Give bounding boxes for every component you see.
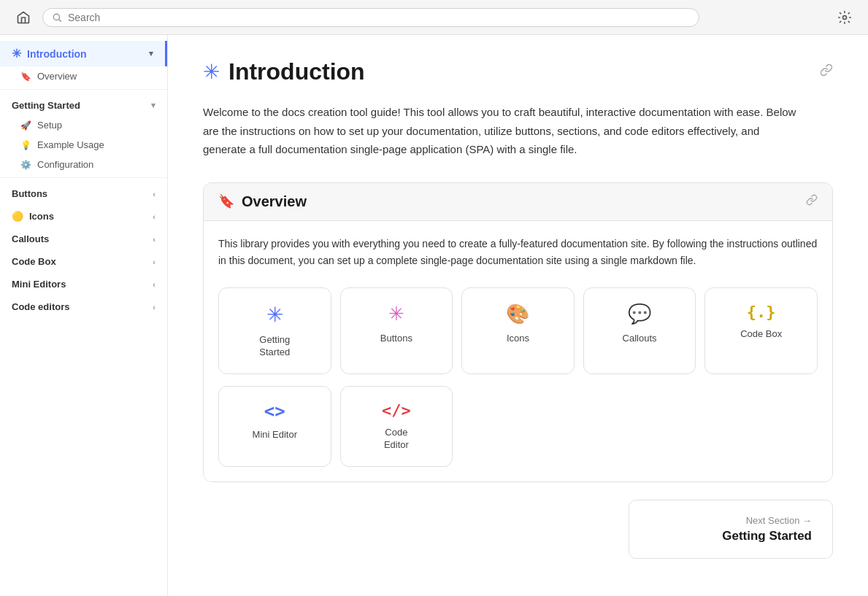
intro-text: Welcome to the docs creation tool guide!…	[203, 103, 802, 159]
code-editors-label: Code editors	[12, 301, 69, 312]
next-section-wrap: Next Section → Getting Started	[203, 500, 833, 559]
main-layout: ✳ Introduction ▾ 🔖 Overview Getting Star…	[0, 35, 868, 596]
sidebar: ✳ Introduction ▾ 🔖 Overview Getting Star…	[0, 35, 168, 596]
getting-started-card-icon: ✳	[266, 303, 283, 327]
content-area: ✳ Introduction Welcome to the docs creat…	[168, 35, 868, 596]
overview-section: 🔖 Overview This library provides you wit…	[203, 182, 833, 482]
svg-line-1	[59, 19, 61, 21]
search-input[interactable]	[68, 12, 690, 23]
svg-point-2	[843, 15, 847, 19]
code-box-card-icon: {.}	[747, 303, 776, 321]
sidebar-item-callouts[interactable]: Callouts ‹	[0, 226, 167, 249]
icons-chevron: ‹	[153, 212, 155, 221]
overview-link-icon[interactable]	[806, 194, 818, 209]
code-box-chevron: ‹	[153, 258, 155, 266]
home-button[interactable]	[12, 6, 35, 29]
next-section-title: Getting Started	[650, 529, 812, 543]
divider-2	[0, 177, 167, 178]
card-callouts[interactable]: 💬 Callouts	[583, 287, 696, 374]
sidebar-item-example-usage[interactable]: 💡 Example Usage	[0, 135, 167, 155]
mini-editors-label: Mini Editors	[12, 279, 66, 290]
page-title-row: ✳ Introduction	[203, 58, 833, 85]
code-editor-card-icon: </>	[382, 401, 411, 419]
overview-label: Overview	[37, 71, 77, 82]
card-mini-editor[interactable]: <> Mini Editor	[218, 386, 331, 467]
setup-icon: 🚀	[20, 120, 31, 131]
introduction-chevron: ▾	[149, 49, 153, 58]
card-code-box[interactable]: {.} Code Box	[704, 287, 818, 374]
sidebar-item-setup[interactable]: 🚀 Setup	[0, 115, 167, 135]
sidebar-item-icons[interactable]: 🟡 Icons ‹	[0, 204, 167, 226]
getting-started-card-label: GettingStarted	[259, 334, 290, 359]
sidebar-item-overview[interactable]: 🔖 Overview	[0, 66, 167, 86]
introduction-star-icon: ✳	[12, 47, 21, 61]
code-editors-chevron: ‹	[153, 303, 155, 311]
search-bar[interactable]	[42, 8, 699, 27]
callouts-label: Callouts	[12, 233, 49, 244]
configuration-icon: ⚙️	[20, 160, 31, 170]
sidebar-item-configuration[interactable]: ⚙️ Configuration	[0, 155, 167, 174]
overview-header-left: 🔖 Overview	[218, 193, 307, 210]
search-icon	[52, 12, 62, 23]
example-usage-icon: 💡	[20, 140, 31, 150]
next-section-button[interactable]: Next Section → Getting Started	[629, 500, 833, 559]
mini-editor-card-icon: <>	[264, 401, 285, 422]
setup-label: Setup	[37, 120, 62, 131]
code-box-label: Code Box	[12, 256, 56, 267]
buttons-chevron: ‹	[153, 190, 155, 198]
getting-started-chevron: ▾	[151, 101, 155, 110]
page-title-icon: ✳	[203, 60, 220, 84]
example-usage-label: Example Usage	[37, 139, 104, 150]
card-buttons[interactable]: ✳ Buttons	[340, 287, 453, 374]
icons-label-wrap: 🟡 Icons	[12, 211, 54, 222]
callouts-card-icon: 💬	[628, 303, 651, 325]
icons-dot-icon: 🟡	[12, 211, 23, 222]
overview-bookmark-icon: 🔖	[20, 71, 31, 82]
callouts-card-label: Callouts	[623, 333, 657, 345]
sidebar-item-code-box[interactable]: Code Box ‹	[0, 249, 167, 271]
overview-body-text: This library provides you with everythin…	[218, 236, 818, 271]
overview-content: This library provides you with everythin…	[204, 221, 832, 481]
svg-point-0	[53, 14, 59, 20]
sidebar-item-code-editors[interactable]: Code editors ‹	[0, 294, 167, 317]
overview-title: Overview	[242, 193, 307, 210]
sidebar-item-introduction[interactable]: ✳ Introduction ▾	[0, 41, 167, 66]
divider-1	[0, 89, 167, 90]
sidebar-item-mini-editors[interactable]: Mini Editors ‹	[0, 271, 167, 294]
buttons-card-icon: ✳	[388, 303, 404, 325]
icons-card-label: Icons	[507, 333, 529, 345]
icons-card-icon: 🎨	[506, 303, 529, 325]
card-getting-started[interactable]: ✳ GettingStarted	[218, 287, 331, 374]
page-title: Introduction	[228, 58, 365, 85]
card-icons[interactable]: 🎨 Icons	[461, 287, 575, 374]
code-box-card-label: Code Box	[740, 328, 782, 341]
cards-row-1: ✳ GettingStarted ✳ Buttons 🎨 Icons	[218, 287, 818, 374]
buttons-label: Buttons	[12, 188, 47, 199]
cards-row-2: <> Mini Editor </> CodeEditor	[218, 386, 818, 467]
buttons-card-label: Buttons	[380, 333, 412, 345]
overview-header: 🔖 Overview	[204, 183, 832, 221]
mini-editors-chevron: ‹	[153, 280, 155, 289]
sidebar-item-getting-started[interactable]: Getting Started ▾	[0, 93, 167, 115]
icons-label: Icons	[29, 211, 54, 222]
card-code-editor[interactable]: </> CodeEditor	[340, 386, 453, 467]
sidebar-item-buttons[interactable]: Buttons ‹	[0, 181, 167, 204]
code-editor-card-label: CodeEditor	[384, 427, 409, 452]
introduction-label: Introduction	[27, 48, 87, 60]
callouts-chevron: ‹	[153, 235, 155, 244]
configuration-label: Configuration	[37, 159, 93, 170]
page-link-icon[interactable]	[820, 63, 833, 80]
topbar	[0, 0, 868, 35]
introduction-label-wrap: ✳ Introduction	[12, 47, 87, 61]
getting-started-label: Getting Started	[12, 100, 80, 111]
settings-icon	[837, 10, 852, 25]
mini-editor-card-label: Mini Editor	[253, 429, 297, 441]
settings-button[interactable]	[833, 6, 856, 29]
next-section-hint: Next Section →	[650, 515, 812, 526]
overview-bookmark-icon: 🔖	[218, 193, 234, 209]
